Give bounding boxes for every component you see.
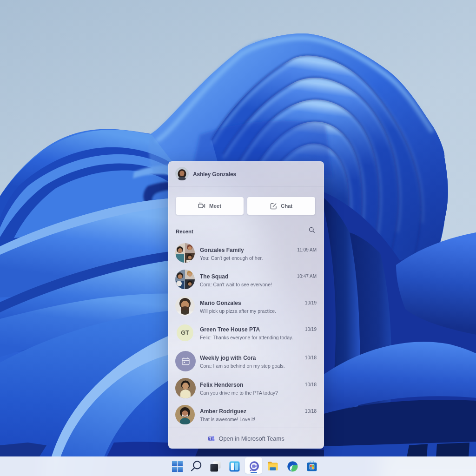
svg-text:T: T — [209, 436, 212, 441]
